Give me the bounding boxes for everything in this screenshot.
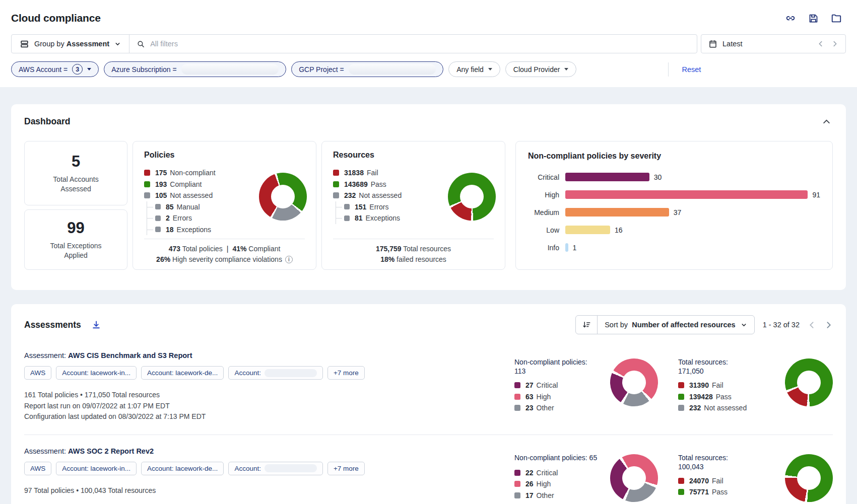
legend-swatch	[155, 204, 161, 209]
tag-chip[interactable]: Account: lacework-de...	[141, 462, 224, 475]
redacted-value	[265, 369, 317, 377]
date-prev-icon[interactable]	[817, 40, 824, 47]
severity-bars: Critical 30 High 91 Medium 37 Low 16 Inf…	[528, 173, 820, 252]
assessment-stats: 97 Total policies • 100,043 Total resour…	[24, 485, 502, 496]
chevron-down-icon	[741, 322, 747, 328]
download-icon[interactable]	[91, 320, 101, 330]
collapse-chevron-up-icon[interactable]	[820, 115, 833, 128]
dashboard-section: Dashboard 5 Total Accounts Assessed 99 T…	[11, 104, 846, 290]
legend-swatch	[514, 394, 520, 400]
link-icon[interactable]	[785, 13, 796, 24]
group-by-label: Group by Assessment	[34, 40, 109, 48]
legend-item: 75771Pass	[678, 486, 779, 498]
severity-row-medium: Medium 37	[528, 208, 820, 217]
filter-chip-aws-account[interactable]: AWS Account = 3	[11, 61, 99, 77]
tag-chip[interactable]: Account: lacework-in...	[56, 462, 137, 475]
date-range-value: Latest	[722, 40, 812, 48]
bar-medium	[565, 208, 669, 217]
redacted-value	[265, 464, 317, 472]
total-exceptions-label: Total Exceptions Applied	[38, 241, 114, 260]
folder-icon[interactable]	[831, 13, 842, 24]
filter-chip-azure-subscription[interactable]: Azure Subscription =	[104, 61, 286, 77]
info-icon[interactable]: i	[285, 256, 293, 263]
assessments-title: Assessments	[24, 320, 81, 330]
search-icon	[137, 40, 145, 48]
more-tags-chip[interactable]: +7 more	[327, 462, 365, 475]
more-tags-chip[interactable]: +7 more	[327, 366, 365, 380]
calendar-icon	[708, 39, 717, 48]
total-resources-legend: Total resources: 171,050 31390Fail 13942…	[678, 357, 779, 414]
total-accounts-label: Total Accounts Assessed	[38, 175, 114, 194]
chevron-down-icon	[488, 68, 492, 70]
legend-swatch	[333, 192, 339, 198]
resources-title: Resources	[333, 151, 494, 160]
filter-count-badge: 3	[72, 64, 83, 75]
assessments-section: Assessments Sort by Number of affected r…	[11, 304, 846, 504]
chevron-down-icon	[114, 41, 121, 47]
date-range-picker[interactable]: Latest	[701, 34, 846, 53]
divider	[668, 62, 669, 77]
legend-item: 139428Pass	[678, 391, 779, 403]
total-accounts-card: 5 Total Accounts Assessed	[24, 141, 127, 205]
legend-swatch	[144, 192, 150, 198]
legend-swatch	[514, 481, 520, 487]
policies-panel: Policies 175 Non-compliant 193 Compliant…	[133, 141, 316, 270]
legend-swatch	[344, 215, 350, 221]
legend-swatch	[514, 470, 520, 476]
filter-chip-gcp-project[interactable]: GCP Project =	[291, 61, 443, 77]
tag-chip[interactable]: AWS	[24, 366, 51, 380]
date-next-icon[interactable]	[831, 40, 838, 47]
severity-row-high: High 91	[528, 190, 820, 199]
save-icon[interactable]	[808, 13, 819, 24]
cloud-provider-dropdown[interactable]: Cloud Provider	[505, 61, 577, 77]
policies-donut-chart	[259, 173, 307, 221]
legend-swatch	[678, 382, 684, 388]
pagination-prev-icon[interactable]	[808, 321, 816, 329]
pagination-next-icon[interactable]	[824, 321, 833, 329]
redacted-value	[181, 64, 279, 75]
search-input[interactable]	[150, 40, 690, 48]
search-area	[129, 40, 697, 48]
bar-low	[565, 226, 610, 234]
total-resources-donut-chart	[785, 358, 833, 406]
legend-item: 31390Fail	[678, 380, 779, 391]
resources-panel: Resources 31838 Fail 143689 Pass 232 Not…	[321, 141, 505, 270]
legend-swatch	[333, 170, 339, 176]
tag-chip[interactable]: AWS	[24, 462, 51, 475]
policies-title: Policies	[144, 151, 305, 160]
redacted-value	[349, 64, 436, 75]
assessment-tags: AWS Account: lacework-in... Account: lac…	[24, 366, 502, 380]
sort-by-label: Sort by Number of affected resources	[605, 321, 735, 329]
legend-swatch	[514, 382, 520, 388]
group-by-icon	[20, 39, 29, 49]
resources-donut-chart	[448, 173, 496, 221]
sort-by-dropdown[interactable]: Sort by Number of affected resources	[575, 315, 754, 334]
legend-swatch	[514, 405, 520, 411]
legend-item: 63High	[514, 391, 604, 403]
legend-item: 232Not assessed	[678, 402, 779, 414]
total-exceptions-value: 99	[67, 219, 84, 237]
legend-swatch	[678, 489, 684, 495]
tag-chip[interactable]: Account: lacework-de...	[141, 366, 224, 380]
total-resources-legend: Total resources: 100,043 24070Fail 75771…	[678, 453, 779, 498]
legend-swatch	[344, 204, 350, 209]
severity-chart-title: Non-compliant policies by severity	[528, 152, 820, 161]
legend-swatch	[155, 227, 161, 232]
resources-footer: 175,759 Total resources 18% failed resou…	[333, 239, 494, 263]
sort-icon[interactable]	[576, 316, 598, 334]
tag-chip[interactable]: Account:	[228, 462, 323, 475]
chevron-down-icon	[87, 68, 91, 70]
assessment-title: Assessment: AWS CIS Benchmark and S3 Rep…	[24, 351, 502, 359]
legend-item: 26High	[514, 478, 604, 490]
legend-swatch	[514, 492, 520, 498]
reset-filters-button[interactable]: Reset	[682, 65, 701, 74]
tag-chip[interactable]: Account: lacework-in...	[56, 366, 137, 380]
legend-swatch	[144, 170, 150, 176]
tag-chip[interactable]: Account:	[228, 366, 323, 380]
total-accounts-value: 5	[72, 153, 80, 171]
group-by-dropdown[interactable]: Group by Assessment	[12, 35, 129, 53]
any-field-dropdown[interactable]: Any field	[448, 61, 500, 77]
total-resources-donut-chart	[785, 454, 833, 502]
page-header: Cloud compliance Group by Assessment	[0, 0, 857, 87]
dashboard-title: Dashboard	[24, 116, 70, 127]
